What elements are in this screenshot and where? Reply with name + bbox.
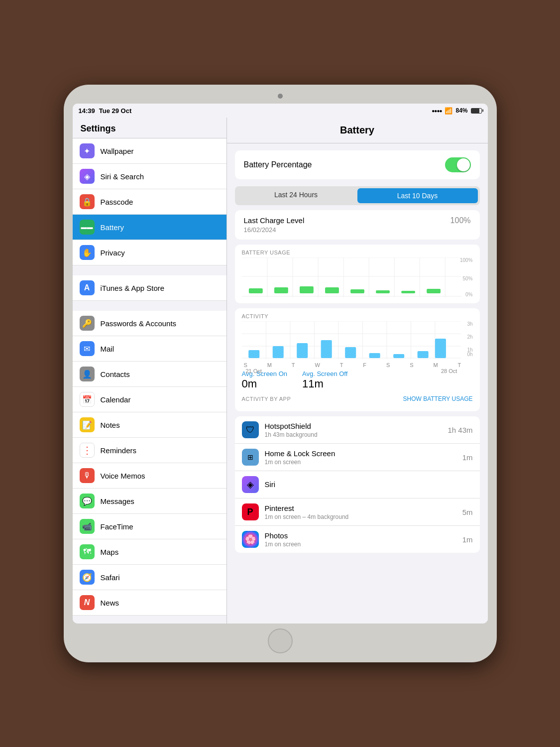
homelockscreen-time: 1m [462, 453, 473, 462]
homelockscreen-detail: 1m on screen [265, 459, 462, 466]
sidebar-item-label: FaceTime [101, 522, 133, 531]
tab-10d[interactable]: Last 10 Days [357, 188, 478, 203]
show-battery-usage-btn[interactable]: SHOW BATTERY USAGE [403, 395, 472, 402]
day-m2: M [433, 362, 438, 368]
svg-rect-33 [297, 343, 308, 358]
sidebar-item-passwords[interactable]: 🔑 Passwords & Accounts [73, 311, 226, 336]
app-usage-photos[interactable]: 🌸 Photos 1m on screen 1m [235, 526, 480, 553]
sidebar-item-itunes[interactable]: A iTunes & App Store [73, 275, 226, 301]
activity-svg [242, 321, 461, 359]
sidebar-item-maps[interactable]: 🗺 Maps [73, 539, 226, 565]
sidebar-item-news[interactable]: N News [73, 590, 226, 616]
status-time: 14:39 [79, 107, 95, 115]
passcode-icon: 🔒 [80, 194, 95, 209]
sidebar-item-label: Voice Memos [101, 472, 145, 480]
day-s3: S [410, 362, 413, 368]
sidebar: Settings ✦ Wallpaper ◈ Siri & Search 🔒 P… [73, 118, 227, 623]
sidebar-item-mail[interactable]: ✉ Mail [73, 336, 226, 362]
activity-y-3h: 3h [467, 321, 472, 327]
battery-usage-label: BATTERY USAGE [242, 249, 473, 255]
sidebar-item-label: Passwords & Accounts [101, 319, 177, 328]
sidebar-item-messages[interactable]: 💬 Messages [73, 489, 226, 514]
svg-rect-31 [248, 350, 259, 358]
screen-off-value: 11m [302, 377, 347, 390]
sidebar-item-label: Notes [101, 421, 120, 429]
day-t3: T [457, 362, 461, 368]
sidebar-item-safari[interactable]: 🧭 Safari [73, 565, 226, 590]
news-icon: N [80, 595, 95, 610]
svg-rect-32 [272, 346, 283, 358]
sidebar-item-label: News [101, 599, 119, 607]
sidebar-item-passcode[interactable]: 🔒 Passcode [73, 189, 226, 215]
activity-days: S M T W T F S S M T [242, 361, 461, 368]
sidebar-item-reminders[interactable]: ⋮ Reminders [73, 438, 226, 463]
front-camera [278, 94, 283, 99]
app-usage-homelockscreen[interactable]: ⊞ Home & Lock Screen 1m on screen 1m [235, 444, 480, 471]
toggle-knob [457, 158, 470, 171]
sidebar-item-notes[interactable]: 📝 Notes [73, 412, 226, 438]
voicememos-icon: 🎙 [80, 468, 95, 483]
activity-chart: ACTIVITY 3h 2h 1h 0h [235, 308, 480, 411]
activity-date-labels: 21 Oct 28 Oct [242, 368, 461, 374]
activity-by-app-title: ACTIVITY BY APP [242, 396, 291, 402]
svg-rect-17 [401, 291, 415, 293]
hotspotshield-info: HotspotShield 1h 43m background [265, 422, 448, 438]
pinterest-name: Pinterest [265, 504, 462, 512]
home-button[interactable] [268, 628, 293, 653]
hotspotshield-detail: 1h 43m background [265, 431, 448, 438]
mail-icon: ✉ [80, 341, 95, 356]
sidebar-item-battery[interactable]: ▬▬ Battery [73, 215, 226, 240]
day-t2: T [340, 362, 343, 368]
sidebar-item-label: Safari [101, 573, 120, 582]
homelockscreen-name: Home & Lock Screen [265, 449, 462, 458]
pinterest-detail: 1m on screen – 4m background [265, 513, 462, 520]
sidebar-item-label: Maps [101, 548, 119, 556]
svg-rect-13 [300, 286, 314, 293]
charge-level-left: Last Charge Level 16/02/2024 [244, 216, 305, 234]
sidebar-item-siri[interactable]: ◈ Siri & Search [73, 164, 226, 189]
battery-y-0: 0% [465, 292, 472, 297]
battery-percent: 84% [455, 107, 467, 114]
sidebar-spacer [73, 301, 226, 311]
battery-fill [471, 109, 479, 113]
sidebar-item-calendar[interactable]: 📅 Calendar [73, 387, 226, 412]
day-t1: T [292, 362, 295, 368]
tab-24h[interactable]: Last 24 Hours [236, 187, 356, 204]
svg-rect-34 [321, 340, 332, 358]
app-usage-pinterest[interactable]: P Pinterest 1m on screen – 4m background… [235, 498, 480, 526]
sidebar-item-label: Calendar [101, 395, 131, 404]
privacy-icon: ✋ [80, 245, 95, 260]
sidebar-item-privacy[interactable]: ✋ Privacy [73, 240, 226, 265]
activity-y-2h: 2h [467, 334, 472, 340]
calendar-icon: 📅 [80, 392, 95, 407]
battery-usage-chart: BATTERY USAGE 100% 50% 0% [235, 245, 480, 303]
sidebar-item-facetime[interactable]: 📹 FaceTime [73, 514, 226, 539]
wallpaper-icon: ✦ [80, 143, 95, 158]
sidebar-item-label: Privacy [101, 249, 125, 257]
battery-percentage-toggle[interactable] [445, 157, 471, 172]
signal-icon: ●●●● [432, 108, 442, 114]
sidebar-item-label: Contacts [101, 370, 130, 378]
photos-time: 1m [462, 535, 473, 544]
svg-rect-12 [274, 287, 288, 293]
siri-app-info: Siri [265, 480, 473, 490]
charge-level-section: Last Charge Level 16/02/2024 100% [235, 210, 480, 240]
sidebar-header: Settings [73, 118, 226, 138]
activity-label: ACTIVITY [242, 313, 473, 319]
svg-rect-18 [427, 289, 441, 293]
svg-rect-14 [325, 287, 339, 293]
svg-rect-16 [376, 290, 390, 293]
sidebar-item-voicememos[interactable]: 🎙 Voice Memos [73, 463, 226, 489]
sidebar-item-wallpaper[interactable]: ✦ Wallpaper [73, 138, 226, 164]
app-usage-hotspotshield[interactable]: 🛡 HotspotShield 1h 43m background 1h 43m [235, 416, 480, 444]
app-usage-siri[interactable]: ◈ Siri [235, 471, 480, 498]
homelockscreen-info: Home & Lock Screen 1m on screen [265, 449, 462, 466]
sidebar-item-contacts[interactable]: 👤 Contacts [73, 362, 226, 387]
svg-rect-36 [369, 353, 380, 358]
safari-icon: 🧭 [80, 570, 95, 585]
activity-area: 3h 2h 1h 0h [242, 321, 473, 366]
facetime-icon: 📹 [80, 519, 95, 534]
battery-usage-svg [242, 257, 473, 297]
charge-level-title: Last Charge Level [244, 216, 305, 225]
sidebar-item-label: Siri & Search [101, 172, 144, 181]
